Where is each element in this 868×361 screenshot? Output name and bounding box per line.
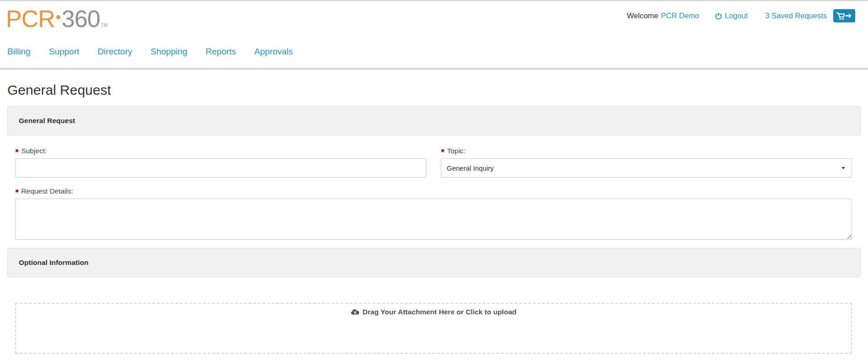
subject-label-text: Subject: bbox=[21, 146, 47, 155]
logout-link[interactable]: Logout bbox=[715, 11, 748, 20]
optional-information-panel-title: Optional Information bbox=[19, 259, 88, 267]
nav-support[interactable]: Support bbox=[49, 47, 80, 57]
pcr360-logo: PCR360TM bbox=[6, 8, 107, 37]
general-request-panel-title: General Request bbox=[19, 117, 75, 125]
required-icon: ✱ bbox=[15, 146, 19, 155]
request-details-label-text: Request Details: bbox=[21, 187, 73, 195]
general-request-panel-header[interactable]: General Request bbox=[7, 106, 861, 135]
power-icon bbox=[715, 12, 722, 20]
topic-select[interactable]: General Inquiry bbox=[441, 158, 852, 178]
user-profile-link[interactable]: PCR Demo bbox=[661, 11, 699, 20]
optional-information-panel-header[interactable]: Optional Information bbox=[7, 248, 861, 277]
nav-billing[interactable]: Billing bbox=[7, 47, 31, 57]
app-header: PCR360TM Welcome PCR Demo Logout 3 Saved… bbox=[0, 1, 868, 36]
logo-degree-dot bbox=[56, 15, 60, 19]
welcome-text: Welcome bbox=[627, 11, 658, 20]
required-icon: ✱ bbox=[15, 187, 19, 195]
request-details-label: ✱ Request Details: bbox=[15, 187, 852, 195]
subject-field-group: ✱ Subject: bbox=[15, 146, 426, 178]
dropzone-label: Drag Your Attachment Here or Click to up… bbox=[351, 308, 516, 316]
page-title: General Request bbox=[7, 82, 868, 98]
request-details-textarea[interactable] bbox=[15, 199, 852, 240]
dropzone-text: Drag Your Attachment Here or Click to up… bbox=[363, 308, 516, 316]
nav-divider bbox=[0, 68, 868, 70]
subject-input[interactable] bbox=[15, 158, 426, 178]
logo-text-pcr: PCR bbox=[6, 5, 55, 32]
subject-label: ✱ Subject: bbox=[15, 146, 426, 155]
required-icon: ✱ bbox=[441, 146, 445, 155]
nav-approvals[interactable]: Approvals bbox=[254, 47, 293, 57]
logo-text-360: 360 bbox=[62, 5, 100, 32]
cart-button[interactable] bbox=[833, 9, 855, 22]
header-user-area: Welcome PCR Demo Logout 3 Saved Requests bbox=[627, 9, 855, 22]
subject-topic-row: ✱ Subject: ✱ Topic: General Inquiry bbox=[15, 146, 852, 178]
nav-reports[interactable]: Reports bbox=[206, 47, 236, 57]
topic-label-text: Topic: bbox=[447, 146, 466, 155]
cart-arrow-icon bbox=[836, 11, 852, 21]
saved-requests-link[interactable]: 3 Saved Requests bbox=[765, 11, 827, 20]
nav-directory[interactable]: Directory bbox=[97, 47, 132, 57]
request-details-wrap bbox=[15, 199, 852, 240]
topic-field-group: ✱ Topic: General Inquiry bbox=[441, 146, 852, 178]
topic-label: ✱ Topic: bbox=[441, 146, 852, 155]
request-details-field-group: ✱ Request Details: bbox=[15, 187, 852, 240]
topic-select-wrap: General Inquiry bbox=[441, 158, 852, 178]
main-nav: Billing Support Directory Shopping Repor… bbox=[0, 36, 868, 57]
attachment-dropzone[interactable]: Drag Your Attachment Here or Click to up… bbox=[15, 303, 852, 354]
cloud-upload-icon bbox=[351, 309, 359, 315]
logout-label: Logout bbox=[725, 11, 748, 20]
nav-shopping[interactable]: Shopping bbox=[150, 47, 187, 57]
logo-trademark: TM bbox=[101, 23, 107, 28]
